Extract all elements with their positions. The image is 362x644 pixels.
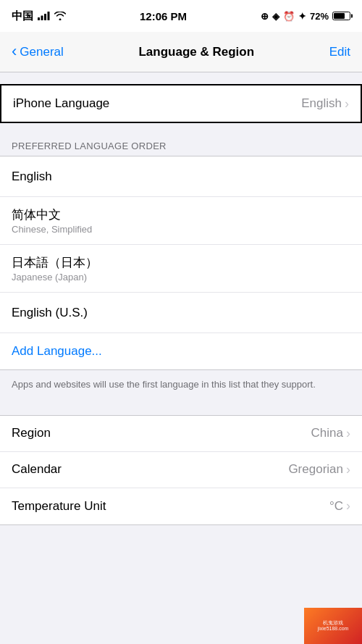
back-label[interactable]: General xyxy=(20,45,63,59)
status-bar: 中国 12:06 PM ⊕ ◈ ⏰ ✦ 72% xyxy=(0,0,362,32)
language-subname-chinese: Chinese, Simplified xyxy=(12,224,350,235)
list-item[interactable]: English xyxy=(0,156,362,197)
edit-button[interactable]: Edit xyxy=(329,45,350,59)
wifi-icon xyxy=(54,12,66,20)
temperature-label: Temperature Unit xyxy=(12,499,106,514)
language-list: English 简体中文 Chinese, Simplified 日本語（日本）… xyxy=(0,156,362,370)
iphone-language-value-group: English › xyxy=(301,96,349,112)
svg-rect-2 xyxy=(44,14,46,20)
language-name-english-us: English (U.S.) xyxy=(12,306,350,320)
page-title: Language & Region xyxy=(138,45,254,59)
status-time: 12:06 PM xyxy=(140,10,187,22)
svg-rect-1 xyxy=(41,16,43,21)
compass-icon: ◈ xyxy=(272,11,279,22)
iphone-language-label: iPhone Language xyxy=(13,96,109,111)
status-right: ⊕ ◈ ⏰ ✦ 72% xyxy=(261,11,350,22)
region-row[interactable]: Region China › xyxy=(0,416,362,452)
status-left: 中国 xyxy=(12,9,66,23)
battery-percent: 72% xyxy=(310,11,329,22)
watermark: 机鬼游戏jixie5188.com xyxy=(304,608,362,644)
temperature-value-group: °C › xyxy=(329,498,350,514)
language-subname-japanese: Japanese (Japan) xyxy=(12,272,350,283)
content-area: iPhone Language English › PREFERRED LANG… xyxy=(0,72,362,644)
calendar-row[interactable]: Calendar Gregorian › xyxy=(0,452,362,488)
list-item[interactable]: 简体中文 Chinese, Simplified xyxy=(0,197,362,245)
region-chevron-icon: › xyxy=(346,426,350,441)
calendar-label: Calendar xyxy=(12,462,62,477)
svg-rect-3 xyxy=(48,12,50,20)
add-language-label: Add Language... xyxy=(12,344,102,359)
back-chevron-icon: ‹ xyxy=(12,43,17,59)
temperature-value: °C xyxy=(329,499,343,514)
iphone-language-chevron-icon: › xyxy=(345,96,349,112)
add-language-button[interactable]: Add Language... xyxy=(0,333,362,369)
svg-rect-0 xyxy=(38,17,40,20)
calendar-value-group: Gregorian › xyxy=(288,462,350,477)
info-text: Apps and websites will use the first lan… xyxy=(0,370,362,403)
temperature-chevron-icon: › xyxy=(346,498,350,514)
back-button[interactable]: ‹ General xyxy=(12,45,64,59)
signal-icon xyxy=(38,12,50,20)
bluetooth-icon: ✦ xyxy=(298,11,306,22)
nav-bar: ‹ General Language & Region Edit xyxy=(0,32,362,72)
bottom-settings-section: Region China › Calendar Gregorian › Temp… xyxy=(0,415,362,525)
carrier-text: 中国 xyxy=(12,9,33,23)
alarm-icon: ⏰ xyxy=(283,11,295,22)
list-item[interactable]: 日本語（日本） Japanese (Japan) xyxy=(0,245,362,293)
region-value: China xyxy=(311,426,343,440)
language-name-english: English xyxy=(12,170,350,184)
list-item[interactable]: English (U.S.) xyxy=(0,293,362,333)
location-icon: ⊕ xyxy=(261,11,269,22)
temperature-row[interactable]: Temperature Unit °C › xyxy=(0,488,362,524)
preferred-language-section: PREFERRED LANGUAGE ORDER English 简体中文 Ch… xyxy=(0,135,362,403)
calendar-chevron-icon: › xyxy=(346,462,350,477)
iphone-language-value: English xyxy=(301,96,342,111)
region-label: Region xyxy=(12,426,51,440)
preferred-language-header: PREFERRED LANGUAGE ORDER xyxy=(0,135,362,156)
battery-icon xyxy=(332,12,350,20)
iphone-language-row[interactable]: iPhone Language English › xyxy=(1,85,361,122)
calendar-value: Gregorian xyxy=(288,462,343,477)
language-name-japanese: 日本語（日本） xyxy=(12,254,350,271)
language-name-chinese: 简体中文 xyxy=(12,206,350,223)
iphone-language-group: iPhone Language English › xyxy=(0,84,362,123)
region-value-group: China › xyxy=(311,426,350,441)
